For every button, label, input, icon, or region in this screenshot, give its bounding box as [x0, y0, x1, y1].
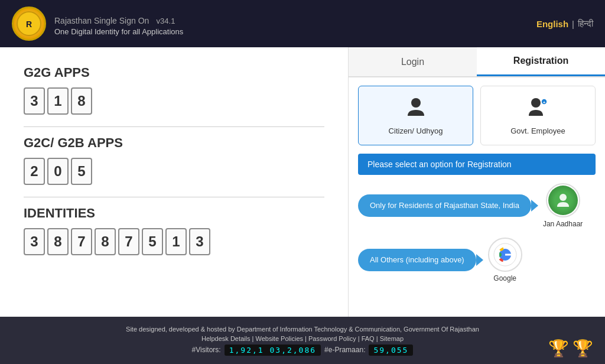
govt-label: Govt. Employee [510, 126, 565, 135]
g2c-section: G2C/ G2B APPS 2 0 5 [24, 135, 324, 185]
svg-text:R: R [26, 20, 32, 29]
id-digit-4: 8 [95, 228, 116, 255]
header: R Rajasthan Single Sign On v34.1 One Dig… [0, 0, 605, 47]
user-type-citizen[interactable]: Citizen/ Udhyog [358, 86, 473, 145]
trophy-icon-2: 🏆 [573, 339, 593, 358]
citizen-icon [405, 96, 427, 122]
jan-aadhaar-label: Jan Aadhaar [543, 220, 583, 228]
google-logo-img[interactable] [488, 238, 522, 272]
footer-website-policies[interactable]: Website Policies [256, 335, 304, 342]
registration-options: Only for Residents of Rajasthan State, I… [349, 175, 605, 291]
g2g-counter: 3 1 8 [24, 87, 324, 115]
identities-section: IDENTITIES 3 8 7 8 7 5 1 3 [24, 206, 324, 255]
info-banner: Please select an option for Registration [358, 154, 596, 175]
svg-point-3 [531, 98, 541, 108]
jan-aadhaar-logo[interactable]: Jan Aadhaar [543, 183, 583, 228]
id-digit-8: 3 [189, 228, 210, 255]
digit-5: 5 [71, 158, 92, 185]
user-type-govt[interactable]: + Govt. Employee [480, 86, 596, 145]
visitors-count: 1,92,1 03,2,086 [225, 344, 321, 356]
language-switcher[interactable]: English | हिन्दी [536, 18, 593, 29]
google-label: Google [493, 274, 516, 282]
id-digit-7: 1 [165, 228, 187, 255]
g2c-counter: 2 0 5 [24, 158, 324, 185]
footer-faq[interactable]: FAQ [362, 335, 375, 342]
google-button[interactable]: All Others (including above) [358, 249, 476, 271]
id-digit-1: 3 [24, 228, 45, 255]
id-digit-5: 7 [118, 228, 139, 255]
svg-text:+: + [542, 100, 545, 105]
user-types: Citizen/ Udhyog + Govt. Employee [349, 77, 605, 154]
divider-1 [24, 126, 324, 127]
app-title-block: Rajasthan Single Sign On v34.1 One Digit… [54, 12, 183, 36]
footer-sitemap[interactable]: Sitemap [380, 335, 404, 342]
tabs[interactable]: Login Registration [349, 47, 605, 77]
app-subtitle: One Digital Identity for all Application… [54, 27, 183, 36]
footer-helpdesk[interactable]: Helpdesk Details [201, 335, 251, 342]
footer-line1: Site designed, developed & hosted by Dep… [6, 326, 599, 333]
footer: Site designed, developed & hosted by Dep… [0, 317, 605, 364]
app-title: Rajasthan Single Sign On v34.1 [54, 12, 183, 27]
main-content: G2G APPS 3 1 8 G2C/ G2B APPS 2 0 5 IDENT… [0, 47, 605, 317]
epramaan-label: #e-Pramaan: [324, 346, 365, 354]
svg-point-6 [560, 194, 567, 201]
jan-aadhaar-button[interactable]: Only for Residents of Rajasthan State, I… [358, 194, 531, 217]
tab-registration[interactable]: Registration [477, 47, 605, 76]
g2g-section: G2G APPS 3 1 8 [24, 65, 324, 115]
identities-counter: 3 8 7 8 7 5 1 3 [24, 228, 324, 255]
citizen-label: Citizen/ Udhyog [389, 126, 443, 135]
digit-8: 8 [71, 87, 92, 115]
id-digit-3: 7 [71, 228, 92, 255]
digit-2: 2 [24, 158, 45, 185]
epramaan-count: 59,055 [369, 344, 413, 356]
trophy-area: 🏆 🏆 [548, 339, 593, 358]
lang-hindi[interactable]: हिन्दी [578, 18, 593, 29]
header-left: R Rajasthan Single Sign On v34.1 One Dig… [12, 6, 183, 41]
right-panel: Login Registration Citizen/ Udhyog [349, 47, 605, 317]
option-row-google: All Others (including above) [358, 238, 596, 282]
govt-icon: + [528, 96, 549, 122]
digit-3: 3 [24, 87, 45, 115]
option-row-jan-aadhaar: Only for Residents of Rajasthan State, I… [358, 183, 596, 228]
g2c-title: G2C/ G2B APPS [24, 135, 324, 151]
identities-title: IDENTITIES [24, 206, 324, 221]
trophy-icon-1: 🏆 [548, 339, 569, 358]
g2g-title: G2G APPS [24, 65, 324, 80]
tab-login[interactable]: Login [349, 47, 477, 76]
visitor-stats: #Visitors: 1,92,1 03,2,086 #e-Pramaan: 5… [6, 344, 599, 356]
id-digit-6: 5 [142, 228, 163, 255]
google-logo[interactable]: Google [488, 238, 522, 282]
digit-0: 0 [47, 158, 69, 185]
lang-english[interactable]: English [536, 19, 568, 29]
divider-2 [24, 197, 324, 197]
footer-password-policy[interactable]: Password Policy [308, 335, 356, 342]
lang-separator: | [572, 19, 574, 29]
id-digit-2: 8 [47, 228, 69, 255]
jan-aadhaar-logo-img[interactable] [546, 183, 580, 217]
app-logo: R [12, 6, 46, 41]
left-panel: G2G APPS 3 1 8 G2C/ G2B APPS 2 0 5 IDENT… [0, 47, 349, 317]
digit-1: 1 [47, 87, 69, 115]
svg-point-2 [411, 98, 421, 108]
visitors-label: #Visitors: [192, 346, 221, 354]
footer-links: Helpdesk Details | Website Policies | Pa… [6, 335, 599, 342]
